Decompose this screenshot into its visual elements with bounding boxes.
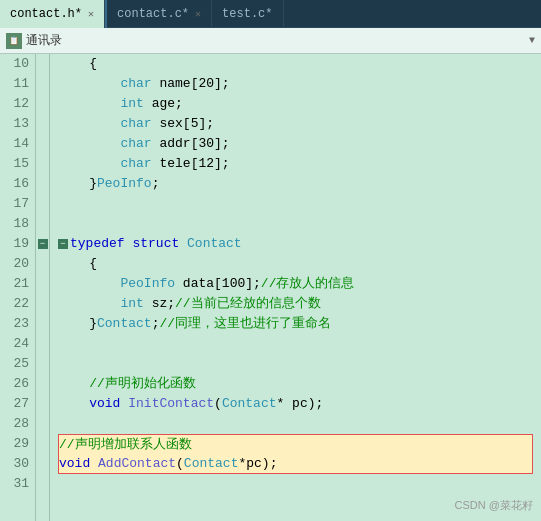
line-number: 10 xyxy=(6,54,29,74)
fold-gutter-cell xyxy=(36,414,49,434)
code-line xyxy=(58,214,533,234)
line-number: 24 xyxy=(6,334,29,354)
line-number: 30 xyxy=(6,454,29,474)
code-line: PeoInfo data[100];//存放人的信息 xyxy=(58,274,533,294)
line-numbers: 1011121314151617181920212223242526272829… xyxy=(0,54,36,521)
fold-gutter-cell xyxy=(36,134,49,154)
code-line: char sex[5]; xyxy=(58,114,533,134)
tab-bar: contact.h* ✕ contact.c* ✕ test.c* xyxy=(0,0,541,28)
line-number: 12 xyxy=(6,94,29,114)
close-icon[interactable]: ✕ xyxy=(195,8,201,20)
code-line: { xyxy=(58,254,533,274)
line-number: 20 xyxy=(6,254,29,274)
fold-gutter-cell xyxy=(36,114,49,134)
fold-gutter-cell xyxy=(36,74,49,94)
fold-gutter-cell xyxy=(36,174,49,194)
line-number: 19 xyxy=(6,234,29,254)
line-number: 27 xyxy=(6,394,29,414)
code-line xyxy=(58,194,533,214)
fold-gutter-cell xyxy=(36,294,49,314)
fold-gutter-cell xyxy=(36,374,49,394)
line-number: 18 xyxy=(6,214,29,234)
fold-gutter-cell xyxy=(36,254,49,274)
line-number: 17 xyxy=(6,194,29,214)
line-number: 16 xyxy=(6,174,29,194)
code-line: char name[20]; xyxy=(58,74,533,94)
fold-gutter-cell xyxy=(36,94,49,114)
code-line: −typedef struct Contact xyxy=(58,234,533,254)
fold-gutter-cell xyxy=(36,194,49,214)
line-number: 29 xyxy=(6,434,29,454)
tab-contact-c[interactable]: contact.c* ✕ xyxy=(107,0,212,28)
tab-label: test.c* xyxy=(222,7,272,21)
code-line: }PeoInfo; xyxy=(58,174,533,194)
tab-label: contact.c* xyxy=(117,7,189,21)
fold-gutter-cell xyxy=(36,274,49,294)
code-line: void InitContact(Contact* pc); xyxy=(58,394,533,414)
toolbar-book-icon: 📋 xyxy=(6,33,22,49)
code-line: //声明初始化函数 xyxy=(58,374,533,394)
watermark: CSDN @菜花籽 xyxy=(455,498,533,513)
fold-gutter-cell xyxy=(36,214,49,234)
code-line: //声明增加联系人函数 xyxy=(58,434,533,454)
close-icon[interactable]: ✕ xyxy=(88,8,94,20)
fold-gutter-cell xyxy=(36,474,49,494)
code-line: int age; xyxy=(58,94,533,114)
line-number: 11 xyxy=(6,74,29,94)
code-content[interactable]: { char name[20]; int age; char sex[5]; c… xyxy=(50,54,541,521)
line-number: 15 xyxy=(6,154,29,174)
fold-gutter-cell xyxy=(36,314,49,334)
editor-area: 1011121314151617181920212223242526272829… xyxy=(0,54,541,521)
tab-label: contact.h* xyxy=(10,7,82,21)
toolbar-dropdown-icon[interactable]: ▼ xyxy=(529,35,535,46)
code-line xyxy=(58,334,533,354)
line-number: 28 xyxy=(6,414,29,434)
line-number: 23 xyxy=(6,314,29,334)
tab-contact-h[interactable]: contact.h* ✕ xyxy=(0,0,105,28)
fold-gutter-cell xyxy=(36,434,49,454)
fold-gutter-cell xyxy=(36,354,49,374)
toolbar: 📋 通讯录 ▼ xyxy=(0,28,541,54)
fold-gutter-cell xyxy=(36,154,49,174)
fold-minus-icon[interactable]: − xyxy=(38,239,48,249)
code-line: int sz;//当前已经放的信息个数 xyxy=(58,294,533,314)
code-line: char addr[30]; xyxy=(58,134,533,154)
line-number: 25 xyxy=(6,354,29,374)
line-number: 22 xyxy=(6,294,29,314)
code-line xyxy=(58,354,533,374)
line-number: 14 xyxy=(6,134,29,154)
line-number: 31 xyxy=(6,474,29,494)
fold-gutter: − xyxy=(36,54,50,521)
code-line: void AddContact(Contact*pc); xyxy=(58,454,533,474)
code-line: }Contact;//同理，这里也进行了重命名 xyxy=(58,314,533,334)
fold-gutter-cell xyxy=(36,54,49,74)
fold-gutter-cell xyxy=(36,454,49,474)
tab-test-c[interactable]: test.c* xyxy=(212,0,283,28)
code-line xyxy=(58,414,533,434)
line-number: 21 xyxy=(6,274,29,294)
code-line: { xyxy=(58,54,533,74)
line-number: 13 xyxy=(6,114,29,134)
fold-gutter-cell[interactable]: − xyxy=(36,234,49,254)
code-line: char tele[12]; xyxy=(58,154,533,174)
fold-gutter-cell xyxy=(36,394,49,414)
code-line xyxy=(58,474,533,494)
fold-gutter-cell xyxy=(36,334,49,354)
line-number: 26 xyxy=(6,374,29,394)
toolbar-label: 通讯录 xyxy=(26,32,62,49)
